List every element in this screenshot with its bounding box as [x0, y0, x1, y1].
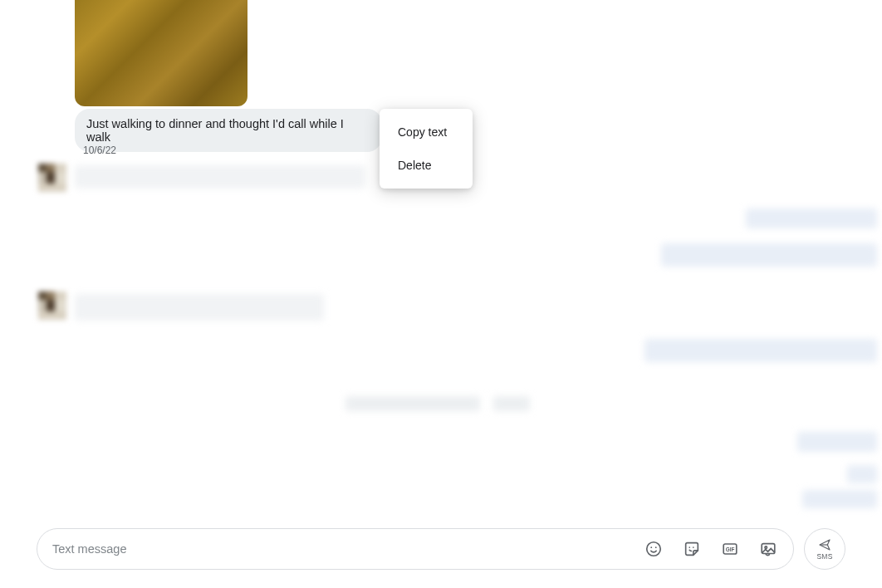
avatar — [38, 164, 66, 192]
message-input[interactable] — [52, 542, 644, 556]
send-button[interactable]: SMS — [804, 528, 845, 570]
svg-point-3 — [688, 546, 690, 548]
message-text: Just walking to dinner and thought I'd c… — [86, 117, 344, 144]
redacted-message — [75, 294, 324, 321]
image-icon[interactable] — [758, 539, 778, 559]
composer-bar: GIF SMS — [37, 528, 845, 570]
avatar — [38, 292, 66, 320]
copy-text-menu-item[interactable]: Copy text — [380, 115, 473, 149]
composer-input-container: GIF — [37, 528, 794, 570]
svg-point-8 — [765, 546, 767, 549]
svg-point-1 — [650, 546, 652, 548]
redacted-message — [847, 465, 877, 483]
messages-area: Just walking to dinner and thought I'd c… — [0, 0, 882, 522]
message-image-attachment[interactable] — [75, 0, 247, 106]
redacted-divider — [493, 396, 530, 411]
redacted-message — [746, 208, 877, 228]
svg-text:GIF: GIF — [726, 546, 735, 552]
redacted-message — [661, 243, 877, 267]
emoji-icon[interactable] — [644, 539, 664, 559]
message-timestamp: 10/6/22 — [83, 145, 116, 156]
delete-menu-item[interactable]: Delete — [380, 149, 473, 182]
redacted-message — [75, 165, 365, 189]
received-message-bubble[interactable]: Just walking to dinner and thought I'd c… — [75, 109, 382, 152]
redacted-message — [797, 432, 877, 452]
svg-point-0 — [647, 542, 661, 556]
svg-point-2 — [655, 546, 657, 548]
redacted-divider — [345, 396, 480, 411]
sticker-icon[interactable] — [682, 539, 702, 559]
redacted-message — [644, 339, 877, 362]
message-context-menu: Copy text Delete — [380, 109, 473, 189]
svg-point-4 — [693, 546, 694, 548]
gif-icon[interactable]: GIF — [720, 539, 740, 559]
send-label: SMS — [816, 552, 832, 561]
redacted-message — [802, 490, 877, 508]
composer-icons: GIF — [644, 539, 778, 559]
send-icon — [817, 538, 832, 551]
